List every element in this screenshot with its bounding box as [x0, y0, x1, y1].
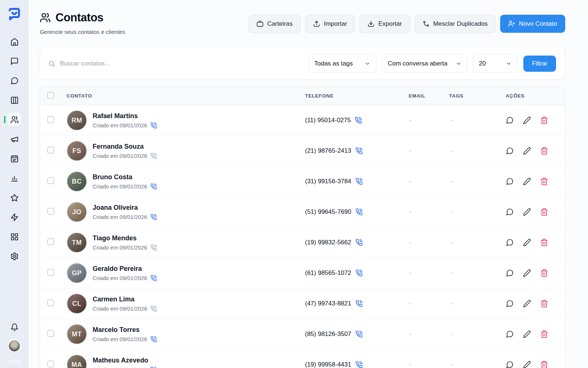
chat-icon	[506, 330, 514, 338]
edit-contact-button[interactable]	[523, 330, 531, 338]
delete-contact-button[interactable]	[540, 116, 548, 124]
phone-call-icon[interactable]	[355, 330, 363, 338]
sidebar-item-settings[interactable]	[7, 249, 21, 263]
sidebar-item-automations[interactable]	[7, 210, 21, 224]
pencil-icon	[523, 269, 531, 277]
conversation-filter-select[interactable]: Com conversa aberta	[382, 54, 467, 72]
sidebar-item-calendar[interactable]	[7, 152, 21, 166]
edit-contact-button[interactable]	[523, 238, 531, 247]
contact-name: Bruno Costa	[93, 173, 157, 181]
filter-button[interactable]: Filtrar	[523, 56, 556, 72]
delete-contact-button[interactable]	[540, 300, 548, 308]
edit-contact-button[interactable]	[523, 269, 531, 277]
phone-call-icon[interactable]	[355, 239, 363, 246]
notifications-bell-icon[interactable]	[10, 323, 19, 333]
chat-icon	[506, 116, 514, 124]
delete-contact-button[interactable]	[540, 208, 548, 216]
column-header-actions: AÇÕES	[498, 93, 557, 99]
import-button[interactable]: Importar	[305, 15, 355, 33]
phone-call-icon[interactable]	[355, 147, 363, 155]
row-checkbox[interactable]	[47, 269, 54, 276]
phone-call-icon[interactable]	[355, 300, 363, 307]
table-row: MT Marcelo Torres Criado em 09/01/2026 (…	[40, 319, 565, 350]
sidebar-item-reports[interactable]	[7, 171, 21, 185]
contact-name: Marcelo Torres	[93, 326, 157, 334]
sidebar-item-apps[interactable]	[7, 230, 21, 244]
open-chat-button[interactable]	[506, 238, 514, 247]
page-size-select[interactable]: 20	[473, 54, 517, 72]
sidebar-item-conversations[interactable]	[7, 54, 21, 68]
trash-icon	[540, 116, 548, 124]
phone-call-icon[interactable]	[355, 117, 362, 124]
sidebar-item-home[interactable]	[7, 35, 21, 49]
open-chat-button[interactable]	[506, 177, 514, 185]
edit-contact-button[interactable]	[523, 177, 531, 185]
phone-call-icon[interactable]	[355, 269, 363, 277]
sidebar-item-chats[interactable]	[7, 74, 21, 88]
contact-created-date: Criado em 09/01/2026	[93, 367, 147, 368]
chat-icon	[506, 177, 514, 185]
contact-avatar: TM	[67, 232, 87, 253]
pencil-icon	[523, 208, 531, 216]
phone-call-icon[interactable]	[355, 361, 363, 368]
row-checkbox[interactable]	[47, 330, 54, 337]
edit-contact-button[interactable]	[523, 116, 531, 124]
page-title: Contatos	[55, 11, 103, 24]
trash-icon	[540, 147, 548, 155]
contact-tags: -	[442, 209, 452, 215]
contact-email: -	[402, 361, 411, 368]
phone-call-icon[interactable]	[355, 208, 363, 216]
sidebar-item-kanban[interactable]	[7, 93, 21, 107]
app-logo-icon[interactable]	[7, 7, 22, 22]
delete-contact-button[interactable]	[540, 361, 548, 368]
open-chat-button[interactable]	[506, 116, 514, 124]
contact-created-date: Criado em 09/01/2026	[93, 275, 147, 281]
row-checkbox[interactable]	[47, 208, 54, 215]
delete-contact-button[interactable]	[540, 147, 548, 155]
export-button[interactable]: Exportar	[359, 15, 410, 33]
delete-contact-button[interactable]	[540, 238, 548, 247]
wallets-button[interactable]: Carteiras	[248, 15, 301, 33]
row-checkbox[interactable]	[47, 361, 54, 367]
row-checkbox[interactable]	[47, 238, 54, 245]
edit-contact-button[interactable]	[523, 147, 531, 155]
open-chat-button[interactable]	[506, 300, 514, 308]
contact-phone: (11) 95014-0275	[305, 117, 351, 124]
delete-contact-button[interactable]	[540, 269, 548, 277]
open-chat-button[interactable]	[506, 269, 514, 277]
row-checkbox[interactable]	[47, 147, 54, 153]
open-chat-button[interactable]	[506, 147, 514, 155]
whatsapp-status-icon	[150, 122, 157, 129]
table-row: RM Rafael Martins Criado em 09/01/2026 (…	[40, 105, 565, 136]
delete-contact-button[interactable]	[540, 330, 548, 338]
edit-contact-button[interactable]	[523, 300, 531, 308]
table-row: BC Bruno Costa Criado em 09/01/2026 (31)…	[40, 166, 565, 197]
open-chat-button[interactable]	[506, 361, 514, 368]
row-checkbox[interactable]	[47, 300, 54, 306]
open-chat-button[interactable]	[506, 330, 514, 338]
row-checkbox[interactable]	[47, 177, 54, 184]
download-icon	[368, 20, 374, 27]
open-chat-button[interactable]	[506, 208, 514, 216]
edit-contact-button[interactable]	[523, 361, 531, 368]
tags-filter-select[interactable]: Todas as tags	[308, 54, 376, 72]
select-all-checkbox[interactable]	[47, 92, 54, 99]
new-contact-button[interactable]: Novo Contato	[500, 15, 565, 33]
merge-duplicates-button[interactable]: Mesclar Duplicados	[415, 15, 496, 33]
sidebar-item-favorites[interactable]	[7, 191, 21, 205]
sidebar-item-contacts[interactable]	[7, 113, 21, 127]
contact-phone: (85) 98126-3507	[305, 330, 351, 338]
delete-contact-button[interactable]	[540, 177, 548, 185]
edit-contact-button[interactable]	[523, 208, 531, 216]
contact-name: Fernanda Souza	[93, 143, 157, 151]
whatsapp-status-icon	[150, 367, 157, 368]
trash-icon	[540, 300, 548, 308]
search-input[interactable]	[60, 60, 303, 67]
phone-call-icon[interactable]	[355, 178, 363, 185]
contact-tags: -	[442, 117, 452, 123]
row-checkbox[interactable]	[47, 116, 54, 123]
trash-icon	[540, 238, 548, 247]
chevron-down-icon	[506, 61, 512, 67]
sidebar-item-campaigns[interactable]	[7, 132, 21, 146]
user-avatar[interactable]	[8, 340, 21, 352]
